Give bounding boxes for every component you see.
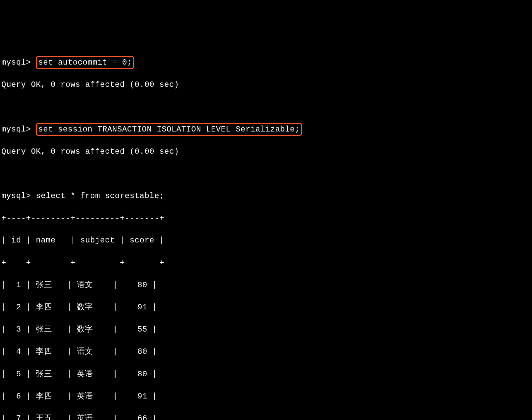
table-border-mid: +----+--------+---------+-------+ xyxy=(1,257,531,269)
prompt: mysql> xyxy=(1,58,31,67)
command-line-3: mysql> select * from scorestable; xyxy=(1,190,531,202)
response-query-ok-2: Query OK, 0 rows affected (0.00 sec) xyxy=(1,146,531,157)
prompt: mysql> xyxy=(1,191,31,200)
blank-line xyxy=(1,101,531,113)
table-header: | id | name | subject | score | xyxy=(1,235,531,246)
table-border-top: +----+--------+---------+-------+ xyxy=(1,213,531,224)
table-row: | 3 | 张三 | 数字 | 55 | xyxy=(1,324,531,335)
table-row: | 7 | 王五 | 英语 | 66 | xyxy=(1,413,531,420)
response-query-ok-1: Query OK, 0 rows affected (0.00 sec) xyxy=(1,79,531,90)
command-line-1: mysql> set autocommit = 0; xyxy=(1,57,531,68)
highlighted-command-isolation: set session TRANSACTION ISOLATION LEVEL … xyxy=(36,123,302,136)
prompt: mysql> xyxy=(1,125,31,134)
command-line-2: mysql> set session TRANSACTION ISOLATION… xyxy=(1,124,531,135)
table-row: | 1 | 张三 | 语文 | 80 | xyxy=(1,280,531,291)
highlighted-command-autocommit: set autocommit = 0; xyxy=(36,56,134,69)
table-row: | 5 | 张三 | 英语 | 80 | xyxy=(1,369,531,380)
select-command: select * from scorestable; xyxy=(36,191,164,200)
table-row: | 6 | 李四 | 英语 | 91 | xyxy=(1,391,531,402)
mysql-terminal[interactable]: mysql> set autocommit = 0; Query OK, 0 r… xyxy=(1,46,531,420)
table-row: | 2 | 李四 | 数字 | 91 | xyxy=(1,302,531,313)
blank-line xyxy=(1,168,531,180)
table-row: | 4 | 李四 | 语文 | 80 | xyxy=(1,346,531,357)
